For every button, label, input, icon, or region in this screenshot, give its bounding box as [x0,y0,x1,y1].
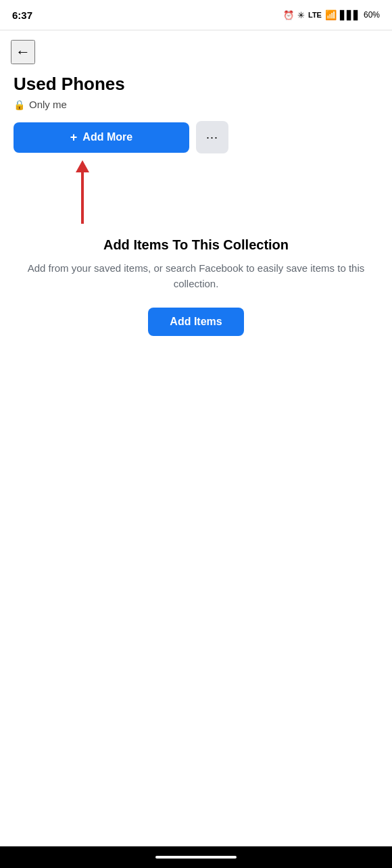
back-arrow-icon: ← [16,45,30,59]
add-more-button[interactable]: + Add More [14,122,189,153]
privacy-label: Only me [29,99,67,110]
status-time: 6:37 [12,9,32,21]
arrow-head [76,160,89,172]
battery-indicator: 60% [364,10,380,20]
add-items-button[interactable]: Add Items [148,308,243,336]
empty-state-description: Add from your saved items, or search Fac… [27,261,365,291]
empty-state-title: Add Items To This Collection [27,237,365,253]
empty-state: Add Items To This Collection Add from yo… [0,237,392,356]
status-icons: ⏰ ✳ LTE 📶 ▋▋▋ 60% [283,9,380,20]
page-title: Used Phones [14,74,378,95]
add-more-label: Add More [82,131,132,143]
back-button[interactable]: ← [11,40,35,64]
plus-icon: + [70,130,78,145]
red-arrow [81,170,84,224]
more-options-button[interactable]: ··· [196,121,228,153]
home-indicator [155,856,237,859]
alarm-icon: ⏰ [283,10,294,20]
arrow-line [81,170,84,224]
page-title-section: Used Phones 🔒 Only me [0,71,392,121]
privacy-row: 🔒 Only me [14,99,378,110]
more-options-icon: ··· [206,130,218,145]
action-row: + Add More ··· [0,121,392,170]
status-bar: 6:37 ⏰ ✳ LTE 📶 ▋▋▋ 60% [0,0,392,30]
header: ← [0,30,392,71]
bottom-nav [0,846,392,868]
wifi-icon: 📶 [325,9,337,20]
bluetooth-icon: ✳ [297,10,305,20]
lte-icon: LTE [308,11,322,19]
arrow-annotation [0,170,392,224]
lock-icon: 🔒 [14,99,25,110]
signal-icon: ▋▋▋ [340,10,360,20]
